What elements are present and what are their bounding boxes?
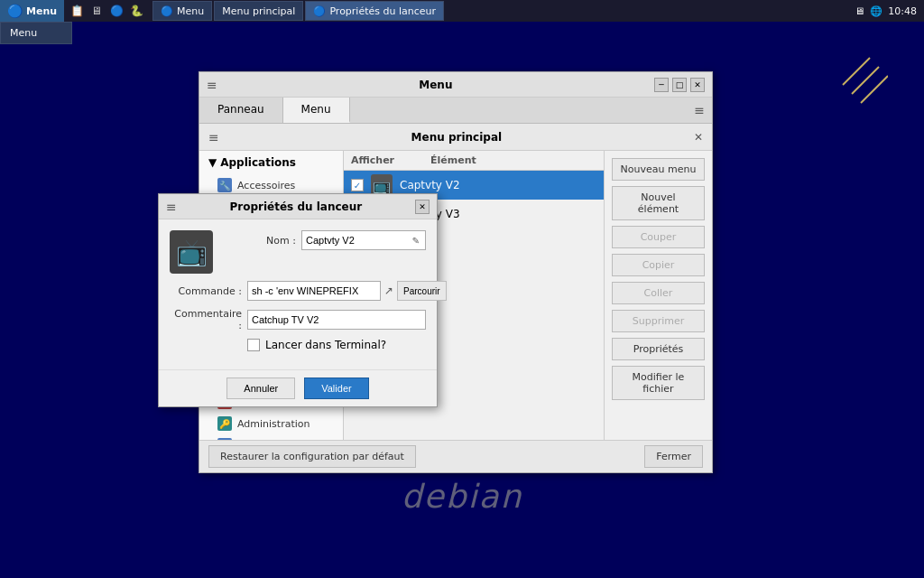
item-name-captvty-v2: Captvty V2 xyxy=(400,179,460,191)
commande-icon[interactable]: ↗ xyxy=(384,284,393,297)
dialog-footer: Annuler Valider xyxy=(159,369,437,406)
start-icon: 🔵 xyxy=(7,4,23,18)
couper-button[interactable]: Couper xyxy=(612,226,705,248)
taskbar-quick-icons: 📋 🖥 🔵 🐍 xyxy=(64,0,149,22)
clock: 10:48 xyxy=(888,5,917,17)
nouveau-menu-button[interactable]: Nouveau menu xyxy=(612,158,705,181)
sidebar-item-label: Accessoires xyxy=(237,180,295,191)
header-afficher: Afficher xyxy=(351,154,394,166)
menu-principal-bar: ≡ Menu principal ✕ xyxy=(199,124,712,151)
dialog-close-button[interactable]: ✕ xyxy=(415,200,430,214)
taskbar-tray: 🖥 🌐 10:48 xyxy=(847,0,924,22)
tv-icon: 📺 xyxy=(176,238,208,267)
dialog-title: Propriétés du lanceur xyxy=(177,200,415,213)
commande-field-row: Commande : ↗ Parcourir xyxy=(170,281,426,301)
chevron-down-icon: ▼ xyxy=(208,156,217,169)
maximize-button[interactable]: □ xyxy=(672,78,687,92)
dialog-body: 📺 Nom : ✎ Commande : xyxy=(159,219,437,369)
taskbar-icon-4[interactable]: 🐍 xyxy=(127,2,145,20)
app-label: Menu principal xyxy=(222,5,295,17)
start-dropdown: Menu xyxy=(0,22,72,44)
network-icon-2: 🌐 xyxy=(870,5,882,17)
window-tabs: Panneau Menu ≡ xyxy=(199,98,712,124)
app-icon: 🔵 xyxy=(161,5,173,17)
dialog-hamburger-icon[interactable]: ≡ xyxy=(166,200,177,214)
window-titlebar: ≡ Menu ─ □ ✕ xyxy=(199,72,712,98)
nom-field-row: Nom : ✎ xyxy=(224,230,426,250)
tab-panneau[interactable]: Panneau xyxy=(199,98,283,123)
sidebar-item-preferences[interactable]: 🔧 Préférences xyxy=(199,434,343,440)
restore-button[interactable]: Restaurer la configuration par défaut xyxy=(208,445,416,468)
close-icon[interactable]: ✕ xyxy=(694,131,703,144)
taskbar-icon-2[interactable]: 🖥 xyxy=(88,2,106,20)
hamburger-icon-2[interactable]: ≡ xyxy=(208,130,219,144)
start-button[interactable]: 🔵 Menu xyxy=(0,0,64,22)
commentaire-input[interactable] xyxy=(247,310,426,330)
copier-button[interactable]: Copier xyxy=(612,254,705,276)
admin-icon: 🔑 xyxy=(217,416,232,431)
sidebar-item-label: Administration xyxy=(237,418,310,430)
sidebar-root-label: Applications xyxy=(220,156,296,169)
close-button[interactable]: ✕ xyxy=(690,78,705,92)
close-button-footer[interactable]: Fermer xyxy=(644,445,703,468)
right-panel: Nouveau menu Nouvel élément Couper Copie… xyxy=(604,151,712,440)
deco-lines xyxy=(798,49,888,121)
taskbar: 🔵 Menu Menu 📋 🖥 🔵 🐍 🔵 Menu Menu principa… xyxy=(0,0,924,22)
panel-header: Afficher Élément xyxy=(344,151,604,171)
minimize-button[interactable]: ─ xyxy=(654,78,669,92)
sidebar-item-label: Préférences xyxy=(237,440,296,441)
supprimer-button[interactable]: Supprimer xyxy=(612,310,705,332)
dialog-titlebar: ≡ Propriétés du lanceur ✕ xyxy=(159,194,437,219)
terminal-checkbox[interactable] xyxy=(247,339,260,351)
edit-icon[interactable]: ✎ xyxy=(408,232,424,248)
taskbar-icon-1[interactable]: 📋 xyxy=(68,2,86,20)
terminal-checkbox-row: Lancer dans Terminal? xyxy=(170,339,426,351)
accessoires-icon: 🔧 xyxy=(217,178,232,192)
nom-input-container: ✎ xyxy=(301,230,426,250)
dialog-fields: Nom : ✎ xyxy=(224,230,426,257)
tab-menu[interactable]: Menu xyxy=(283,98,350,123)
terminal-label: Lancer dans Terminal? xyxy=(265,339,386,351)
taskbar-app-proprietes[interactable]: 🔵 Propriétés du lanceur xyxy=(305,1,444,21)
modifier-fichier-button[interactable]: Modifier le fichier xyxy=(612,366,705,400)
taskbar-app-menu-principal[interactable]: Menu principal xyxy=(214,1,303,21)
start-label: Menu xyxy=(26,5,57,17)
taskbar-icon-3[interactable]: 🔵 xyxy=(107,2,125,20)
commande-label: Commande : xyxy=(170,285,242,297)
taskbar-apps: 🔵 Menu Menu principal 🔵 Propriétés du la… xyxy=(149,0,847,22)
app-icon: 🔵 xyxy=(313,5,326,17)
dialog-icon-row: 📺 Nom : ✎ xyxy=(170,230,426,274)
network-icon: 🖥 xyxy=(855,5,864,17)
window-controls: ─ □ ✕ xyxy=(654,78,705,92)
coller-button[interactable]: Coller xyxy=(612,282,705,304)
window-title: Menu xyxy=(217,79,654,91)
app-label: Propriétés du lanceur xyxy=(329,5,436,17)
nouvel-element-button[interactable]: Nouvel élément xyxy=(612,186,705,220)
start-menu-item[interactable]: Menu xyxy=(1,23,71,43)
checkbox-captvty-v2[interactable] xyxy=(351,179,364,191)
annuler-button[interactable]: Annuler xyxy=(226,378,295,399)
taskbar-app-menu[interactable]: 🔵 Menu xyxy=(152,1,212,21)
tab-menu-icon[interactable]: ≡ xyxy=(687,98,712,123)
valider-button[interactable]: Valider xyxy=(304,378,368,399)
nom-label: Nom : xyxy=(224,235,296,247)
pref-icon: 🔧 xyxy=(217,438,232,440)
proprietes-button[interactable]: Propriétés xyxy=(612,338,705,360)
commande-input-container: ↗ Parcourir xyxy=(247,281,447,301)
header-element: Élément xyxy=(430,154,476,166)
menu-footer: Restaurer la configuration par défaut Fe… xyxy=(199,440,712,472)
commentaire-label: Commentaire : xyxy=(170,308,242,331)
sidebar-item-administration[interactable]: 🔑 Administration xyxy=(199,413,343,434)
debian-brand: debian xyxy=(402,478,523,515)
properties-dialog: ≡ Propriétés du lanceur ✕ 📺 Nom : xyxy=(158,193,438,407)
parcourir-button[interactable]: Parcourir xyxy=(397,281,447,301)
commande-input[interactable] xyxy=(247,281,381,301)
hamburger-icon[interactable]: ≡ xyxy=(207,78,217,92)
desktop: debian ≡ Menu ─ □ ✕ Panneau Menu ≡ ≡ Men… xyxy=(0,22,924,578)
app-label: Menu xyxy=(177,5,204,17)
menu-principal-title: Menu principal xyxy=(411,131,503,144)
sidebar-header-applications[interactable]: ▼ Applications xyxy=(199,151,343,174)
commentaire-field-row: Commentaire : xyxy=(170,308,426,331)
app-icon-display[interactable]: 📺 xyxy=(170,230,213,274)
